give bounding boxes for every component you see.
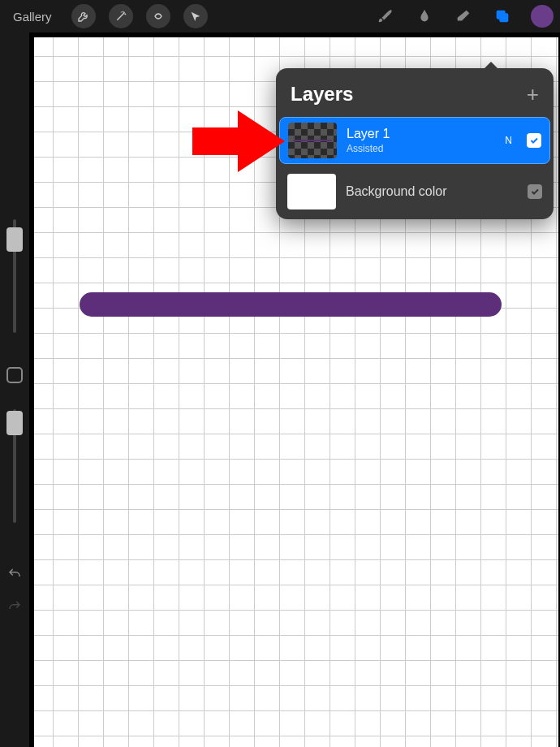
wrench-icon[interactable]	[71, 4, 96, 28]
smudge-icon[interactable]	[414, 6, 435, 27]
undo-icon[interactable]	[7, 567, 22, 585]
layers-title: Layers	[291, 83, 353, 106]
layer-name-label: Layer 1	[347, 127, 495, 141]
layer-preview-stroke	[293, 140, 332, 141]
move-icon[interactable]	[183, 4, 208, 28]
left-sidebar	[0, 32, 29, 747]
layer-row-background[interactable]: Background color	[276, 167, 554, 219]
layers-header: Layers +	[276, 68, 554, 117]
top-toolbar: Gallery	[0, 0, 560, 32]
brush-icon[interactable]	[375, 6, 396, 27]
drawn-stroke	[80, 292, 502, 317]
layer-subtitle-label: Assisted	[347, 143, 495, 154]
layer-text-group: Layer 1 Assisted	[347, 127, 495, 154]
eraser-icon[interactable]	[453, 6, 474, 27]
right-tool-group	[375, 5, 554, 28]
brush-size-thumb[interactable]	[6, 227, 23, 252]
layer-thumbnail[interactable]	[288, 123, 337, 158]
brush-size-slider[interactable]	[13, 219, 16, 333]
wand-icon[interactable]	[109, 4, 133, 28]
gallery-button[interactable]: Gallery	[6, 10, 58, 24]
modify-button[interactable]	[6, 367, 23, 383]
workspace: Layers + Layer 1 Assisted N Background c…	[0, 32, 560, 747]
blend-mode-letter[interactable]: N	[505, 135, 512, 146]
background-visibility-checkbox[interactable]	[528, 184, 542, 199]
background-name-label: Background color	[346, 184, 518, 199]
background-text-group: Background color	[346, 184, 518, 199]
opacity-thumb[interactable]	[6, 411, 23, 435]
background-thumbnail[interactable]	[287, 174, 336, 209]
opacity-slider[interactable]	[13, 409, 16, 523]
undo-redo-group	[7, 567, 22, 617]
layer-row-selected[interactable]: Layer 1 Assisted N	[279, 117, 550, 164]
left-tool-group	[71, 4, 208, 28]
color-picker-swatch[interactable]	[531, 5, 554, 28]
selection-icon[interactable]	[146, 4, 170, 28]
layers-icon[interactable]	[492, 6, 513, 27]
redo-icon[interactable]	[7, 599, 22, 617]
layers-panel: Layers + Layer 1 Assisted N Background c…	[276, 68, 554, 219]
add-layer-icon[interactable]: +	[527, 84, 539, 105]
visibility-checkbox[interactable]	[527, 133, 541, 148]
svg-rect-1	[499, 13, 508, 22]
